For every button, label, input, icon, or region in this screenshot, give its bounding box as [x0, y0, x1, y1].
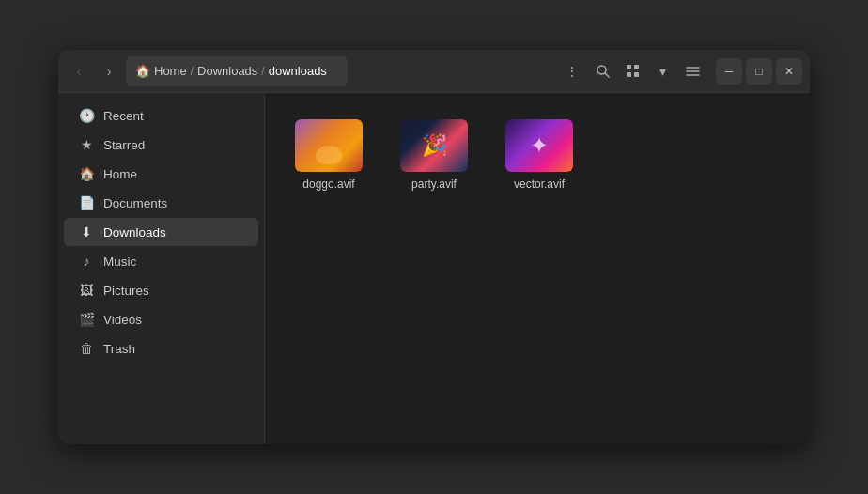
titlebar: ‹ › 🏠 Home / Downloads / downloads ⋮ — [58, 50, 810, 93]
svg-rect-3 — [634, 65, 639, 69]
file-thumb-vector — [505, 119, 573, 172]
sidebar-item-recent[interactable]: 🕐 Recent — [64, 101, 258, 130]
more-options-button[interactable]: ⋮ — [558, 58, 586, 85]
forward-button[interactable]: › — [96, 58, 122, 85]
sidebar-item-starred[interactable]: ★ Starred — [64, 131, 258, 159]
file-name-party: party.avif — [411, 178, 457, 193]
back-button[interactable]: ‹ — [66, 58, 92, 85]
sidebar-item-music[interactable]: ♪ Music — [64, 247, 258, 275]
party-thumbnail — [400, 119, 468, 172]
close-button[interactable]: ✕ — [776, 58, 802, 85]
minimize-button[interactable]: ─ — [716, 58, 742, 85]
list-view-icon — [686, 64, 700, 78]
svg-line-1 — [605, 73, 609, 77]
breadcrumb-home[interactable]: 🏠 Home — [135, 64, 187, 78]
sidebar: 🕐 Recent ★ Starred 🏠 Home 📄 Documents ⬇ … — [58, 93, 265, 444]
file-thumb-doggo — [295, 119, 363, 172]
file-area: doggo.avif party.avif vector.avif — [265, 93, 810, 444]
file-item-party[interactable]: party.avif — [389, 112, 479, 200]
starred-icon: ★ — [79, 137, 94, 152]
home-sidebar-icon: 🏠 — [79, 166, 94, 181]
breadcrumb-sep-1: / — [191, 65, 194, 78]
file-item-vector[interactable]: vector.avif — [494, 112, 584, 200]
documents-icon: 📄 — [79, 195, 94, 210]
file-name-vector: vector.avif — [514, 178, 565, 193]
trash-icon: 🗑 — [79, 341, 94, 356]
search-icon — [596, 64, 610, 78]
main-area: 🕐 Recent ★ Starred 🏠 Home 📄 Documents ⬇ … — [58, 93, 810, 444]
videos-icon: 🎬 — [79, 312, 94, 327]
sidebar-item-trash[interactable]: 🗑 Trash — [64, 334, 258, 363]
breadcrumb-downloads[interactable]: Downloads — [197, 64, 257, 78]
pictures-icon: 🖼 — [79, 283, 94, 298]
sidebar-item-videos[interactable]: 🎬 Videos — [64, 305, 258, 333]
breadcrumb-sep-2: / — [261, 65, 264, 78]
sidebar-item-documents[interactable]: 📄 Documents — [64, 189, 258, 217]
breadcrumb: 🏠 Home / Downloads / downloads — [126, 56, 348, 86]
vector-thumbnail — [505, 119, 573, 172]
sidebar-item-downloads[interactable]: ⬇ Downloads — [64, 218, 258, 246]
toolbar-actions: ⋮ ▾ — [558, 58, 706, 85]
search-button[interactable] — [588, 58, 616, 85]
breadcrumb-current[interactable]: downloads — [269, 64, 327, 78]
file-item-doggo[interactable]: doggo.avif — [284, 112, 374, 200]
sidebar-item-pictures[interactable]: 🖼 Pictures — [64, 276, 258, 304]
file-manager-window: ‹ › 🏠 Home / Downloads / downloads ⋮ — [58, 50, 810, 444]
music-icon: ♪ — [79, 254, 94, 269]
file-name-doggo: doggo.avif — [302, 178, 354, 193]
downloads-icon: ⬇ — [79, 224, 94, 239]
file-thumb-party — [400, 119, 468, 172]
view-dropdown-button[interactable]: ▾ — [648, 58, 676, 85]
sidebar-item-home[interactable]: 🏠 Home — [64, 160, 258, 188]
list-view-button[interactable] — [678, 58, 706, 85]
svg-rect-4 — [627, 72, 631, 77]
grid-view-button[interactable] — [618, 58, 646, 85]
window-controls: ─ □ ✕ — [716, 58, 802, 85]
home-icon: 🏠 — [135, 64, 150, 78]
recent-icon: 🕐 — [79, 108, 94, 123]
svg-rect-2 — [627, 65, 631, 69]
file-grid: doggo.avif party.avif vector.avif — [284, 112, 791, 200]
maximize-button[interactable]: □ — [746, 58, 772, 85]
grid-view-icon — [626, 64, 640, 78]
doggo-thumbnail — [295, 119, 363, 172]
svg-rect-5 — [634, 72, 639, 77]
